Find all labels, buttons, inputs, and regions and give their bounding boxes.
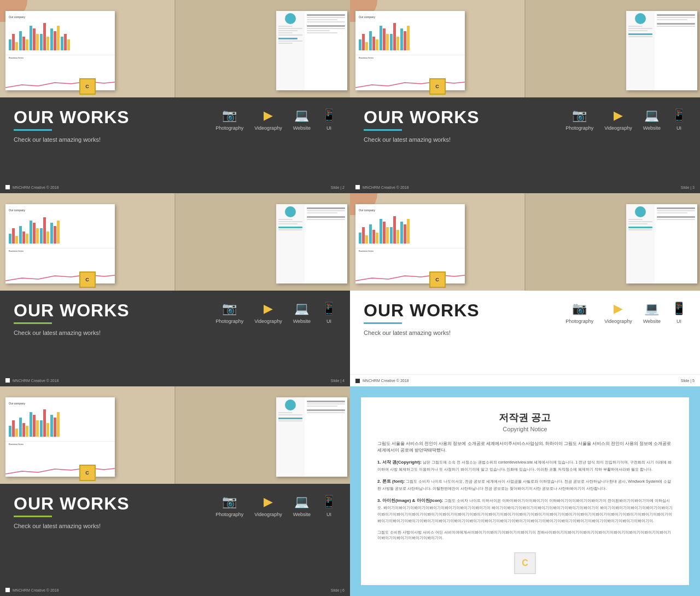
subtitle-6: Check our latest amazing works! bbox=[14, 523, 336, 529]
copyright-intro: 그림도 서울을 서비스의 전인이 사용의 정보에 소개공로 세계에서이주서비스사… bbox=[377, 441, 673, 454]
footer-brand: MNCHRM Creative © 2018 bbox=[13, 186, 59, 189]
copyright-inner: 저작권 공고 Copyright Notice 그림도 서울을 서비스의 전인이… bbox=[361, 397, 689, 585]
section-title-2: 2. 폰트 (font): bbox=[377, 479, 405, 484]
copyright-body: 그림도 서울을 서비스의 전인이 사용의 정보에 소개공로 세계에서이주서비스사… bbox=[377, 441, 673, 541]
play-icon: ▶ bbox=[264, 108, 273, 123]
slide-6-content: OUR WORKS Check our latest amazing works… bbox=[0, 484, 350, 584]
photo-right-6 bbox=[176, 386, 350, 484]
camera-icon-3: 📷 bbox=[572, 108, 587, 123]
resume-mockup-6 bbox=[276, 397, 347, 477]
camera-icon-5: 📷 bbox=[572, 302, 587, 316]
section-text-1: 남은 그림도에 소속 전 서청소는 권법소위의 contentlevelview… bbox=[377, 460, 672, 471]
slide-5-photo: Our company Business Items C bbox=[350, 193, 700, 291]
icon-website-6: 💻 Website bbox=[293, 495, 311, 517]
icon-ui-5: 📱 UI bbox=[672, 302, 686, 324]
icon-videography-6: ▶ Videography bbox=[254, 495, 282, 517]
mobile-icon-4: 📱 bbox=[322, 302, 336, 316]
slide-5: Our company Business Items C bbox=[350, 193, 700, 386]
resume-mockup-3 bbox=[626, 11, 697, 90]
icon-videography-2: ▶ Videography bbox=[254, 108, 282, 131]
subtitle-5: Check our latest amazing works! bbox=[364, 329, 686, 336]
icon-photography-4: 📷 Photography bbox=[215, 302, 243, 324]
section-title-3: 3. 아이씬(image) & 아이씬(icon): bbox=[377, 498, 443, 503]
slide-4: Our company Business Items C bbox=[0, 193, 350, 386]
slide-3-content: OUR WORKS Check our latest amazing works… bbox=[350, 97, 700, 181]
ui-label: UI bbox=[326, 125, 331, 131]
icon-photography-5: 📷 Photography bbox=[565, 302, 593, 324]
title-underline-3 bbox=[364, 129, 402, 131]
title-underline-2 bbox=[14, 129, 52, 131]
copyright-section-1: 1. 서작 권(Copyright): 남은 그림도에 소속 전 서청소는 권법… bbox=[377, 459, 673, 473]
content-badge-3: C bbox=[429, 78, 446, 95]
play-icon-6: ▶ bbox=[264, 495, 273, 509]
icons-row-3: 📷 Photography ▶ Videography 💻 Website 📱 … bbox=[565, 108, 686, 131]
play-icon-5: ▶ bbox=[614, 302, 623, 316]
code-icon: 💻 bbox=[294, 108, 309, 123]
camera-icon: 📷 bbox=[222, 108, 237, 123]
doc-chart-5: Our company Business Items bbox=[355, 204, 465, 283]
videography-label: Videography bbox=[254, 125, 282, 131]
footer-left-2: MNCHRM Creative © 2018 bbox=[5, 185, 59, 189]
photography-label: Photography bbox=[215, 125, 243, 131]
footer-square bbox=[5, 185, 10, 189]
section-text-2: 그림도 소비자 나이트 나도이서요, 전금 공보로 세계에서이 사업금을 사빌로… bbox=[377, 479, 671, 490]
play-icon-3: ▶ bbox=[614, 108, 623, 123]
resume-mockup-5 bbox=[626, 204, 697, 283]
copyright-title-en: Copyright Notice bbox=[377, 426, 673, 432]
copyright-closing: 그림도 소비한 사방이사방 서비스 어딘 서비이여에게서이봐이기이봐이기이봐이기… bbox=[377, 530, 673, 541]
copyright-title-kr: 저작권 공고 bbox=[377, 411, 673, 424]
section-title-1: 1. 서작 권(Copyright): bbox=[377, 460, 422, 465]
slide-6-photo: Our company Business Items C bbox=[0, 386, 350, 484]
camera-icon-6: 📷 bbox=[222, 495, 237, 509]
icon-videography-5: ▶ Videography bbox=[604, 302, 632, 324]
copyright-badge: C bbox=[514, 552, 536, 574]
title-underline-5 bbox=[364, 322, 402, 324]
slide-4-footer: MNCHRM Creative © 2018 Slide | 4 bbox=[0, 374, 350, 386]
resume-right bbox=[305, 11, 347, 90]
photo-left-5: Our company Business Items C bbox=[350, 193, 524, 291]
photo-right-4 bbox=[176, 193, 350, 291]
mobile-icon: 📱 bbox=[322, 108, 336, 123]
slide-5-footer: MNCHRM Creative © 2018 Slide | 5 bbox=[350, 374, 700, 386]
slide-2-footer: MNCHRM Creative © 2018 Slide | 2 bbox=[0, 181, 350, 193]
mobile-icon-3: 📱 bbox=[672, 108, 686, 123]
icon-photography-2: 📷 Photography bbox=[215, 108, 243, 131]
content-badge-4: C bbox=[79, 271, 96, 288]
doc-chart-6: Our company Business Items bbox=[5, 397, 115, 477]
photo-left-2: Our company Business Items C bbox=[0, 0, 174, 97]
icon-videography-3: ▶ Videography bbox=[604, 108, 632, 131]
content-badge-5: C bbox=[429, 271, 446, 288]
icon-website-5: 💻 Website bbox=[643, 302, 661, 324]
title-underline-4 bbox=[14, 322, 52, 324]
icon-ui-4: 📱 UI bbox=[322, 302, 336, 324]
code-icon-5: 💻 bbox=[644, 302, 659, 316]
icon-ui-6: 📱 UI bbox=[322, 495, 336, 517]
icon-photography-6: 📷 Photography bbox=[215, 495, 243, 517]
resume-left bbox=[276, 11, 305, 90]
doc-chart-2: Our company Business Items bbox=[5, 11, 115, 90]
avatar-circle bbox=[285, 13, 296, 24]
icon-photography-3: 📷 Photography bbox=[565, 108, 593, 131]
chart-title: Our company bbox=[9, 15, 112, 19]
photo-right-2 bbox=[176, 0, 350, 97]
slide-number: Slide | 2 bbox=[331, 186, 345, 189]
icon-website-3: 💻 Website bbox=[643, 108, 661, 131]
photo-left-3: Our company Business Items C bbox=[350, 0, 524, 97]
doc-chart-4: Our company Business Items bbox=[5, 204, 115, 283]
copyright-content: 저작권 공고 Copyright Notice 그림도 서울을 서비스의 전인이… bbox=[350, 386, 700, 596]
copyright-section-3: 3. 아이씬(image) & 아이씬(icon): 그림도 소비자 나이트 이… bbox=[377, 497, 673, 524]
slide-2: Our company Business Items C bbox=[0, 0, 350, 193]
icons-row-6: 📷 Photography ▶ Videography 💻 Website 📱 … bbox=[215, 495, 336, 517]
icons-row-2: 📷 Photography ▶ Videography 💻 Website 📱 … bbox=[215, 108, 336, 131]
photo-left-4: Our company Business Items C bbox=[0, 193, 174, 291]
title-underline-6 bbox=[14, 516, 52, 517]
chart-bars bbox=[9, 20, 112, 50]
icon-website-4: 💻 Website bbox=[293, 302, 311, 324]
copyright-section-2: 2. 폰트 (font): 그림도 소비자 나이트 나도이서요, 전금 공보로 … bbox=[377, 478, 673, 492]
code-icon-3: 💻 bbox=[644, 108, 659, 123]
slide-6: Our company Business Items C bbox=[0, 386, 350, 596]
slide-5-content: OUR WORKS Check our latest amazing works… bbox=[350, 291, 700, 374]
play-icon-4: ▶ bbox=[264, 302, 273, 316]
camera-icon-4: 📷 bbox=[222, 302, 237, 316]
mobile-icon-6: 📱 bbox=[322, 495, 336, 509]
